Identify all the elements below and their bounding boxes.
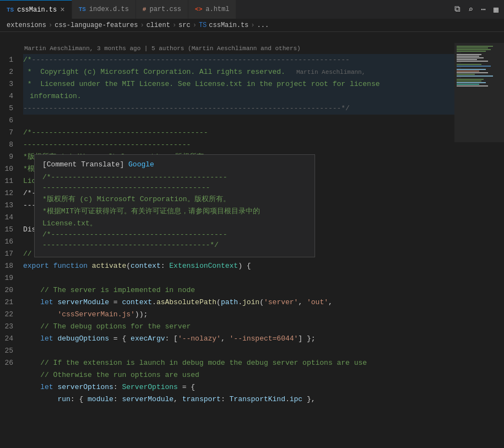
tab-bar-actions: ⧉ ⌕ ⋯ ▦ [453, 0, 504, 19]
code-line-21: let debugOptions = { execArgv : [ '--nol… [23, 333, 454, 345]
code-text-18-indent [23, 297, 40, 308]
comment-translate-label: [Comment Translate] [42, 160, 124, 169]
code-text-15-export: export [23, 261, 49, 272]
minimap[interactable] [454, 43, 504, 445]
line-numbers: 1 2 3 4 5 6 7 8 9 10 11 12 13 14 15 16 1… [0, 43, 23, 445]
code-text-26-transport: transport [182, 394, 221, 405]
breadcrumb-css-language-features[interactable]: css-language-features [55, 21, 138, 29]
code-text-21-s1: '--nolazy' [178, 333, 221, 344]
code-text-18-dot2: . [238, 297, 242, 308]
code-text-25-rest: = { [178, 382, 195, 393]
tab-aHtml[interactable]: <> a.html [188, 0, 236, 19]
code-text-15-context: context [131, 261, 161, 272]
code-text-7: --------------------------------------- [23, 139, 191, 150]
blame-inline: Martin Aeschlimann, [296, 68, 365, 77]
code-text-23-indent [23, 358, 40, 369]
code-text-15-type: ExtensionContext [169, 261, 238, 272]
breadcrumb-ts-icon-inline: TS [199, 21, 207, 29]
code-line-4: ----------------------------------------… [23, 102, 454, 115]
code-text-26-sm: serverModule [122, 394, 174, 405]
breadcrumb: extensions › css-language-features › cli… [0, 19, 504, 32]
code-line-1: /*--------------------------------------… [23, 54, 454, 66]
popup-header: [Comment Translate] Google [42, 160, 307, 169]
code-text-21-indent [23, 333, 40, 344]
code-text-25-indent [23, 382, 40, 393]
code-text-18-c2: , [328, 297, 333, 308]
breadcrumb-ellipsis: ... [257, 21, 269, 29]
popup-line-6: /*--------------------------------------… [42, 230, 307, 239]
css-icon: # [143, 6, 147, 13]
tab-label-indexD: index.d.ts [89, 6, 129, 13]
code-text-15-paren: ( [126, 261, 131, 272]
popup-line-7: ---------------------------------------*… [42, 241, 307, 249]
ts-icon: TS [7, 7, 14, 13]
popup-line-1: /*--------------------------------------… [42, 173, 307, 181]
code-text-17: // The server is implemented in node [40, 285, 195, 296]
code-line-22 [23, 345, 454, 357]
code-text-18-p: ( [216, 297, 221, 308]
tab-label-aHtml: a.html [205, 6, 229, 13]
code-text-19-s: 'cssServerMain.js' [57, 309, 134, 320]
code-line-16 [23, 272, 454, 284]
code-text-1: /*--------------------------------------… [23, 55, 350, 66]
code-text-15-activate: activate [92, 261, 126, 272]
code-text-15-colon: : [161, 261, 170, 272]
tab-label-partCss: part.css [149, 6, 181, 13]
breadcrumb-toggle-icon[interactable]: ⋯ [480, 3, 487, 16]
ts-icon-2: TS [79, 6, 86, 13]
tab-close-cssMain[interactable]: × [60, 6, 64, 14]
code-line-26: run : { module : serverModule , transpor… [23, 393, 454, 406]
code-line-17: // The server is implemented in node [23, 284, 454, 296]
code-text-26-tk: TransportKind [230, 394, 285, 405]
code-text-21-eq: = { [109, 333, 131, 344]
code-text-20-indent [23, 321, 40, 332]
code-text-26-end: }, [302, 394, 315, 405]
code-text-3: * Licensed under the MIT License. See Li… [23, 79, 380, 90]
code-text-20: // The debug options for the server [40, 321, 191, 332]
breadcrumb-filename[interactable]: cssMain.ts [209, 21, 248, 29]
breadcrumb-sep-2: › [140, 21, 144, 29]
split-editor-icon[interactable]: ⧉ [453, 3, 462, 15]
code-line-20: // The debug options for the server [23, 321, 454, 333]
code-text-18-var: serverModule [57, 297, 109, 308]
code-text-15-rest: ) { [238, 261, 251, 272]
popup-line-2: --------------------------------------- [42, 183, 307, 192]
editor-layout-icon[interactable]: ▦ [492, 3, 500, 16]
breadcrumb-src[interactable]: src [178, 21, 191, 29]
tab-partCss[interactable]: # part.css [136, 0, 188, 19]
code-text-15-function: function [53, 261, 88, 272]
code-line-3: * Licensed under the MIT License. See Li… [23, 78, 454, 90]
code-text-26-run: run [57, 394, 70, 405]
code-text-4: ----------------------------------------… [23, 103, 350, 114]
code-text-26-c3: : [221, 394, 230, 405]
tab-bar: TS cssMain.ts × TS index.d.ts # part.css… [0, 0, 504, 19]
tab-indexD[interactable]: TS index.d.ts [72, 0, 136, 19]
blame-text: Martin Aeschlimann, 3 months ago | 5 aut… [24, 44, 301, 53]
code-text-21-exec: execArgv [131, 333, 165, 344]
breadcrumb-sep-1: › [48, 21, 52, 29]
google-translate-link[interactable]: Google [128, 160, 154, 169]
code-text-3b: information. [30, 91, 82, 102]
translate-popup: [Comment Translate] Google /*-----------… [34, 154, 315, 257]
code-line-6: /*--------------------------------------… [23, 127, 454, 139]
popup-line-5: License.txt。 [42, 218, 307, 228]
code-text-18-c: , [298, 297, 307, 308]
breadcrumb-extensions[interactable]: extensions [7, 21, 46, 29]
code-text-21-colon: : [ [165, 333, 178, 344]
code-text-18-path: path [221, 297, 238, 308]
breadcrumb-client[interactable]: client [147, 21, 170, 29]
toggle-search-icon[interactable]: ⌕ [467, 3, 474, 16]
code-text-21-rest: ] }; [298, 333, 315, 344]
code-text-21-let: let [40, 333, 53, 344]
code-line-2: * Copyright (c) Microsoft Corporation. A… [23, 66, 454, 78]
code-line-3b: information. [23, 90, 454, 102]
code-line-5 [23, 115, 454, 127]
tab-cssMain[interactable]: TS cssMain.ts × [0, 0, 72, 19]
code-text-25-let: let [40, 382, 53, 393]
code-text-19-indent [23, 309, 57, 320]
breadcrumb-sep-4: › [193, 21, 197, 29]
code-text-18-join: join [242, 297, 259, 308]
code-line-23: // If the extension is launch in debug m… [23, 357, 454, 369]
code-line-15: export function activate ( context : Ext… [23, 260, 454, 272]
code-text-21-c: , [221, 333, 230, 344]
